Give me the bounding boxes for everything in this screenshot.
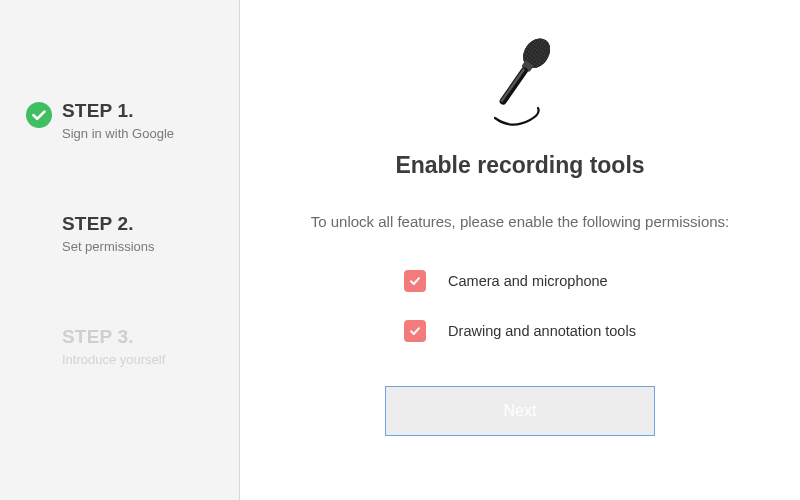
checkmark-icon [408, 274, 422, 288]
next-button[interactable]: Next [385, 386, 655, 436]
step-3: STEP 3. Introduce yourself [26, 326, 239, 367]
step-3-icon-placeholder [26, 328, 52, 354]
step-1: STEP 1. Sign in with Google [26, 100, 239, 141]
onboarding-sidebar: STEP 1. Sign in with Google STEP 2. Set … [0, 0, 240, 500]
permission-camera-mic: Camera and microphone [404, 270, 636, 292]
step-1-desc: Sign in with Google [62, 126, 174, 141]
checkbox-camera-mic[interactable] [404, 270, 426, 292]
step-3-desc: Introduce yourself [62, 352, 165, 367]
step-2-desc: Set permissions [62, 239, 154, 254]
page-subtext: To unlock all features, please enable th… [311, 213, 730, 230]
step-1-title: STEP 1. [62, 100, 174, 122]
svg-rect-5 [500, 68, 525, 102]
step-2-icon-placeholder [26, 215, 52, 241]
permission-drawing-label: Drawing and annotation tools [448, 323, 636, 339]
svg-point-0 [26, 102, 52, 128]
permission-drawing: Drawing and annotation tools [404, 320, 636, 342]
checkbox-drawing[interactable] [404, 320, 426, 342]
check-circle-icon [26, 102, 52, 128]
step-2: STEP 2. Set permissions [26, 213, 239, 254]
step-3-title: STEP 3. [62, 326, 165, 348]
permissions-list: Camera and microphone Drawing and annota… [404, 270, 636, 342]
checkmark-icon [408, 324, 422, 338]
microphone-icon [475, 32, 565, 130]
page-heading: Enable recording tools [395, 152, 644, 179]
permission-camera-mic-label: Camera and microphone [448, 273, 608, 289]
main-panel: Enable recording tools To unlock all fea… [240, 0, 800, 500]
step-2-title: STEP 2. [62, 213, 154, 235]
